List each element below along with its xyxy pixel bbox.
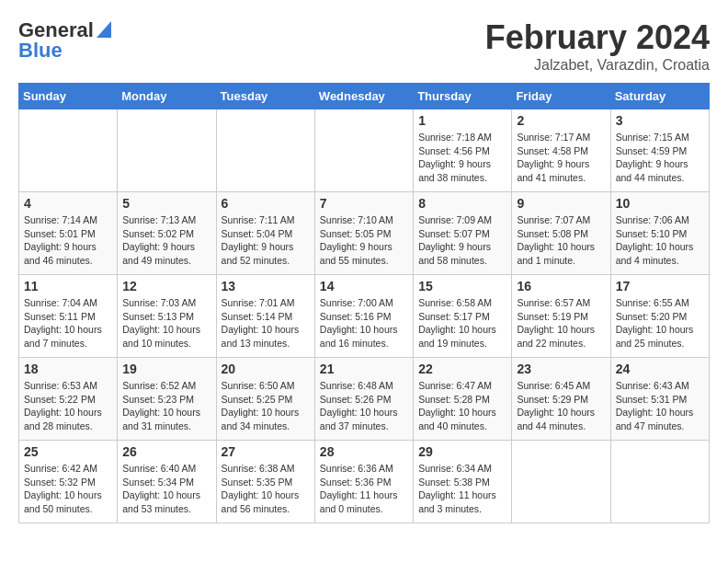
- day-info: Sunrise: 7:09 AM Sunset: 5:07 PM Dayligh…: [418, 213, 506, 268]
- day-number: 14: [320, 279, 408, 293]
- day-number: 19: [122, 362, 210, 376]
- day-info: Sunrise: 7:13 AM Sunset: 5:02 PM Dayligh…: [122, 213, 210, 268]
- day-info: Sunrise: 6:38 AM Sunset: 5:35 PM Dayligh…: [222, 462, 310, 516]
- day-info: Sunrise: 7:00 AM Sunset: 5:16 PM Dayligh…: [320, 296, 408, 350]
- calendar-cell: 9Sunrise: 7:07 AM Sunset: 5:08 PM Daylig…: [512, 192, 610, 275]
- day-number: 13: [222, 279, 310, 293]
- month-title: February 2024: [485, 18, 710, 57]
- calendar-week-row: 11Sunrise: 7:04 AM Sunset: 5:11 PM Dayli…: [19, 275, 710, 358]
- day-info: Sunrise: 6:43 AM Sunset: 5:31 PM Dayligh…: [616, 379, 704, 433]
- calendar-cell: 13Sunrise: 7:01 AM Sunset: 5:14 PM Dayli…: [216, 275, 314, 358]
- calendar-cell: 8Sunrise: 7:09 AM Sunset: 5:07 PM Daylig…: [414, 192, 512, 275]
- calendar-cell: 14Sunrise: 7:00 AM Sunset: 5:16 PM Dayli…: [314, 275, 413, 358]
- weekday-header-wednesday: Wednesday: [314, 84, 413, 109]
- calendar-cell: 29Sunrise: 6:34 AM Sunset: 5:38 PM Dayli…: [414, 441, 512, 523]
- day-info: Sunrise: 7:17 AM Sunset: 4:58 PM Dayligh…: [517, 131, 605, 185]
- day-info: Sunrise: 6:48 AM Sunset: 5:26 PM Dayligh…: [320, 379, 408, 433]
- calendar-table: SundayMondayTuesdayWednesdayThursdayFrid…: [18, 83, 710, 523]
- day-info: Sunrise: 6:40 AM Sunset: 5:34 PM Dayligh…: [122, 462, 210, 516]
- logo-triangle: [97, 21, 111, 41]
- day-number: 23: [517, 362, 605, 376]
- day-info: Sunrise: 6:34 AM Sunset: 5:38 PM Dayligh…: [418, 462, 506, 516]
- day-info: Sunrise: 6:52 AM Sunset: 5:23 PM Dayligh…: [122, 379, 210, 433]
- location-title: Jalzabet, Varazdin, Croatia: [485, 57, 710, 74]
- weekday-header-friday: Friday: [512, 84, 610, 109]
- calendar-cell: [512, 441, 610, 523]
- svg-marker-0: [97, 21, 111, 38]
- calendar-week-row: 1Sunrise: 7:18 AM Sunset: 4:56 PM Daylig…: [19, 109, 710, 192]
- day-number: 25: [24, 444, 112, 459]
- calendar-cell: 2Sunrise: 7:17 AM Sunset: 4:58 PM Daylig…: [512, 109, 610, 192]
- calendar-week-row: 18Sunrise: 6:53 AM Sunset: 5:22 PM Dayli…: [19, 358, 710, 441]
- calendar-cell: 22Sunrise: 6:47 AM Sunset: 5:28 PM Dayli…: [414, 358, 512, 441]
- weekday-header-thursday: Thursday: [414, 84, 512, 109]
- logo: General Blue: [18, 18, 111, 63]
- calendar-cell: 10Sunrise: 7:06 AM Sunset: 5:10 PM Dayli…: [610, 192, 709, 275]
- day-info: Sunrise: 7:14 AM Sunset: 5:01 PM Dayligh…: [24, 213, 112, 268]
- calendar-week-row: 4Sunrise: 7:14 AM Sunset: 5:01 PM Daylig…: [19, 192, 710, 275]
- day-info: Sunrise: 7:10 AM Sunset: 5:05 PM Dayligh…: [320, 213, 408, 268]
- calendar-cell: [118, 109, 216, 192]
- calendar-cell: [216, 109, 314, 192]
- calendar-week-row: 25Sunrise: 6:42 AM Sunset: 5:32 PM Dayli…: [19, 441, 710, 523]
- calendar-cell: [610, 441, 709, 523]
- weekday-header-saturday: Saturday: [610, 84, 709, 109]
- day-number: 27: [222, 444, 310, 459]
- day-info: Sunrise: 6:47 AM Sunset: 5:28 PM Dayligh…: [418, 379, 506, 433]
- calendar-cell: 18Sunrise: 6:53 AM Sunset: 5:22 PM Dayli…: [19, 358, 118, 441]
- day-info: Sunrise: 7:01 AM Sunset: 5:14 PM Dayligh…: [222, 296, 310, 350]
- title-section: February 2024 Jalzabet, Varazdin, Croati…: [485, 18, 710, 74]
- day-number: 22: [418, 362, 506, 376]
- calendar-cell: 27Sunrise: 6:38 AM Sunset: 5:35 PM Dayli…: [216, 441, 314, 523]
- weekday-header-row: SundayMondayTuesdayWednesdayThursdayFrid…: [19, 84, 710, 109]
- day-number: 1: [418, 113, 506, 128]
- day-info: Sunrise: 6:42 AM Sunset: 5:32 PM Dayligh…: [24, 462, 112, 516]
- calendar-cell: 23Sunrise: 6:45 AM Sunset: 5:29 PM Dayli…: [512, 358, 610, 441]
- calendar-cell: 24Sunrise: 6:43 AM Sunset: 5:31 PM Dayli…: [610, 358, 709, 441]
- calendar-cell: 5Sunrise: 7:13 AM Sunset: 5:02 PM Daylig…: [118, 192, 216, 275]
- day-number: 18: [24, 362, 112, 376]
- day-number: 6: [222, 196, 310, 211]
- calendar-cell: 25Sunrise: 6:42 AM Sunset: 5:32 PM Dayli…: [19, 441, 118, 523]
- calendar-cell: 1Sunrise: 7:18 AM Sunset: 4:56 PM Daylig…: [414, 109, 512, 192]
- day-number: 7: [320, 196, 408, 211]
- day-info: Sunrise: 7:15 AM Sunset: 4:59 PM Dayligh…: [616, 131, 704, 185]
- calendar-cell: 12Sunrise: 7:03 AM Sunset: 5:13 PM Dayli…: [118, 275, 216, 358]
- day-info: Sunrise: 6:58 AM Sunset: 5:17 PM Dayligh…: [418, 296, 506, 350]
- day-number: 15: [418, 279, 506, 293]
- day-number: 4: [24, 196, 112, 211]
- day-number: 24: [616, 362, 704, 376]
- day-number: 2: [517, 113, 605, 128]
- day-number: 11: [24, 279, 112, 293]
- calendar-cell: [314, 109, 413, 192]
- day-info: Sunrise: 7:07 AM Sunset: 5:08 PM Dayligh…: [517, 213, 605, 268]
- calendar-cell: 19Sunrise: 6:52 AM Sunset: 5:23 PM Dayli…: [118, 358, 216, 441]
- day-number: 5: [122, 196, 210, 211]
- day-info: Sunrise: 6:50 AM Sunset: 5:25 PM Dayligh…: [222, 379, 310, 433]
- day-number: 17: [616, 279, 704, 293]
- day-info: Sunrise: 6:45 AM Sunset: 5:29 PM Dayligh…: [517, 379, 605, 433]
- calendar-cell: 7Sunrise: 7:10 AM Sunset: 5:05 PM Daylig…: [314, 192, 413, 275]
- day-number: 10: [616, 196, 704, 211]
- day-number: 3: [616, 113, 704, 128]
- day-number: 12: [122, 279, 210, 293]
- day-info: Sunrise: 6:57 AM Sunset: 5:19 PM Dayligh…: [517, 296, 605, 350]
- day-info: Sunrise: 7:04 AM Sunset: 5:11 PM Dayligh…: [24, 296, 112, 350]
- weekday-header-sunday: Sunday: [19, 84, 118, 109]
- calendar-cell: 11Sunrise: 7:04 AM Sunset: 5:11 PM Dayli…: [19, 275, 118, 358]
- calendar-cell: [19, 109, 118, 192]
- day-info: Sunrise: 7:11 AM Sunset: 5:04 PM Dayligh…: [222, 213, 310, 268]
- calendar-cell: 26Sunrise: 6:40 AM Sunset: 5:34 PM Dayli…: [118, 441, 216, 523]
- calendar-cell: 28Sunrise: 6:36 AM Sunset: 5:36 PM Dayli…: [314, 441, 413, 523]
- calendar-cell: 3Sunrise: 7:15 AM Sunset: 4:59 PM Daylig…: [610, 109, 709, 192]
- weekday-header-monday: Monday: [118, 84, 216, 109]
- calendar-cell: 4Sunrise: 7:14 AM Sunset: 5:01 PM Daylig…: [19, 192, 118, 275]
- day-number: 16: [517, 279, 605, 293]
- day-number: 26: [122, 444, 210, 459]
- calendar-cell: 6Sunrise: 7:11 AM Sunset: 5:04 PM Daylig…: [216, 192, 314, 275]
- page-header: General Blue February 2024 Jalzabet, Var…: [18, 18, 710, 74]
- weekday-header-tuesday: Tuesday: [216, 84, 314, 109]
- day-info: Sunrise: 7:03 AM Sunset: 5:13 PM Dayligh…: [122, 296, 210, 350]
- day-info: Sunrise: 7:06 AM Sunset: 5:10 PM Dayligh…: [616, 213, 704, 268]
- day-info: Sunrise: 7:18 AM Sunset: 4:56 PM Dayligh…: [418, 131, 506, 185]
